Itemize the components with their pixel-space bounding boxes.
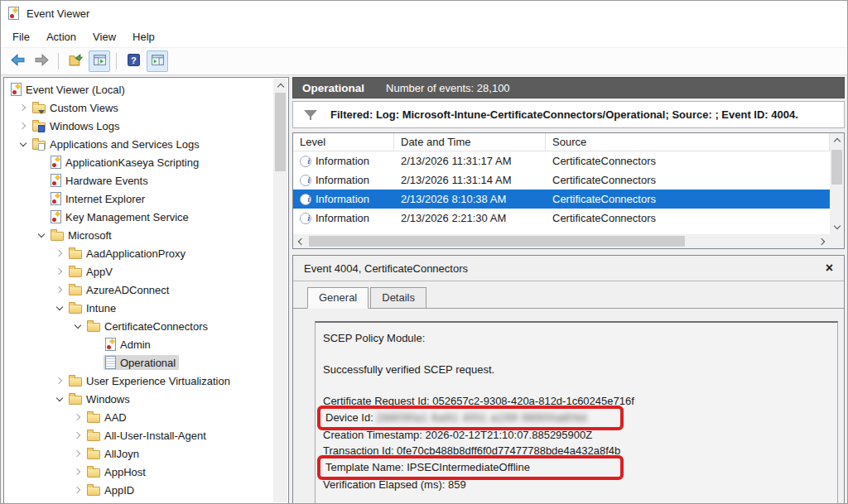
tree-item-intune[interactable]: Intune <box>4 299 288 317</box>
tree-item-apphost[interactable]: AppHost <box>4 463 288 481</box>
event-row[interactable]: iInformation2/13/2026 2:21:30 AMCertific… <box>293 209 830 228</box>
tree-node-body: AAD <box>85 410 130 425</box>
chevron-right-icon[interactable] <box>70 410 85 425</box>
tree-item-microsoft[interactable]: Microsoft <box>4 226 288 244</box>
log-title: Operational <box>302 82 364 94</box>
event-row[interactable]: iInformation2/13/2026 11:31:14 AMCertifi… <box>293 170 830 190</box>
chevron-right-icon[interactable] <box>70 446 85 461</box>
chevron-placeholder <box>34 173 49 188</box>
tree-node-body: Hardware Events <box>49 173 152 188</box>
tree-item-label: AadApplicationProxy <box>86 247 186 260</box>
tree-item-hardware-events[interactable]: Hardware Events <box>4 171 288 190</box>
tree-item-appv[interactable]: AppV <box>4 262 288 281</box>
tree-item-operational[interactable]: Operational <box>4 353 288 372</box>
redacted-device-id: 28809fa1 6a91 4f01 a199 98900a8f4d <box>376 411 587 424</box>
event-row[interactable]: iInformation2/13/2026 11:31:17 AMCertifi… <box>293 151 830 170</box>
chevron-right-icon[interactable] <box>16 100 31 115</box>
menu-item-help[interactable]: Help <box>124 27 163 46</box>
column-header-level[interactable]: Level <box>293 133 394 151</box>
chevron-down-icon[interactable] <box>52 391 67 406</box>
detail-line: SCEP Policy Module: <box>323 330 832 346</box>
chevron-down-icon[interactable] <box>52 300 67 315</box>
tree-item-appid[interactable]: AppID <box>4 481 288 499</box>
chevron-right-icon[interactable] <box>52 246 67 261</box>
folder-icon <box>69 250 82 259</box>
tree-item-label: Operational <box>120 357 176 369</box>
tree-item-windows[interactable]: Windows <box>4 390 288 408</box>
column-header-source[interactable]: Source <box>546 133 830 151</box>
tree-item-all-user-install-agent[interactable]: All-User-Install-Agent <box>4 426 288 444</box>
tree-item-key-management-service[interactable]: Key Management Service <box>4 208 288 226</box>
tree-item-label: Intune <box>86 302 116 314</box>
tree-item-windows-logs[interactable]: Windows Logs <box>4 117 288 135</box>
chevron-right-icon[interactable] <box>52 282 67 297</box>
tree-item-custom-views[interactable]: Custom Views <box>4 98 288 117</box>
menu-item-file[interactable]: File <box>4 27 38 46</box>
scroll-up-icon[interactable] <box>830 133 844 147</box>
toggle-action-pane-button[interactable] <box>147 50 168 72</box>
forward-arrow-button[interactable] <box>31 50 52 72</box>
information-icon: i <box>300 213 311 224</box>
tree-item-label: Microsoft <box>68 229 112 242</box>
chevron-right-icon[interactable] <box>16 118 31 133</box>
tree-item-label: AppHost <box>104 466 146 478</box>
tab-general[interactable]: General <box>307 287 369 309</box>
tab-details[interactable]: Details <box>370 287 426 308</box>
event-log-lined-icon <box>105 356 116 369</box>
tree-item-event-viewer-local-[interactable]: Event Viewer (Local) <box>4 80 288 98</box>
back-arrow-button[interactable] <box>7 50 28 72</box>
events-vertical-scrollbar[interactable] <box>830 133 844 234</box>
event-row[interactable]: iInformation2/13/2026 8:10:38 AMCertific… <box>293 190 830 209</box>
column-header-date-and-time[interactable]: Date and Time <box>394 133 546 151</box>
toggle-action-pane-icon <box>151 53 165 70</box>
close-icon[interactable]: × <box>826 262 833 275</box>
scroll-down-icon[interactable] <box>830 220 844 234</box>
tree-scrollbar-thumb[interactable] <box>275 93 286 171</box>
events-scrollbar-thumb[interactable] <box>831 150 842 185</box>
menu-item-action[interactable]: Action <box>38 27 84 46</box>
log-header-bar: Operational Number of events: 28,100 <box>292 77 845 98</box>
scroll-left-icon[interactable] <box>293 234 307 248</box>
chevron-right-icon[interactable] <box>70 464 85 479</box>
menu-item-view[interactable]: View <box>84 27 124 46</box>
chevron-right-icon[interactable] <box>70 428 85 443</box>
events-table-header: LevelDate and TimeSource <box>293 133 830 151</box>
tree-item-applicationkaseya-scripting[interactable]: ApplicationKaseya Scripting <box>4 153 288 171</box>
tree-item-alljoyn[interactable]: AllJoyn <box>4 444 288 463</box>
tree-item-aadapplicationproxy[interactable]: AadApplicationProxy <box>4 244 288 262</box>
events-table-rows: iInformation2/13/2026 11:31:17 AMCertifi… <box>293 151 830 228</box>
scroll-right-icon[interactable] <box>816 234 830 248</box>
event-source-cell: CertificateConnectors <box>546 212 830 224</box>
tree-item-label: Applications and Services Logs <box>50 138 200 151</box>
chevron-right-icon[interactable] <box>52 373 67 388</box>
chevron-down-icon[interactable] <box>16 137 31 151</box>
tree-item-azureadconnect[interactable]: AzureADConnect <box>4 281 288 299</box>
tree-item-aad[interactable]: AAD <box>4 408 288 426</box>
scroll-up-icon[interactable] <box>273 79 287 93</box>
events-hscrollbar-thumb[interactable] <box>309 236 685 247</box>
tree-item-applications-and-services-logs[interactable]: Applications and Services Logs <box>4 135 288 153</box>
events-horizontal-scrollbar[interactable] <box>293 234 830 248</box>
tree-item-user-experience-virtualization[interactable]: User Experience Virtualization <box>4 372 288 390</box>
chevron-right-icon[interactable] <box>52 264 67 279</box>
tree-scrollbar[interactable] <box>273 79 287 502</box>
tree-item-internet-explorer[interactable]: Internet Explorer <box>4 190 288 208</box>
console-tree: Event Viewer (Local)Custom ViewsWindows … <box>4 78 288 499</box>
tree-item-label: AppV <box>86 266 113 278</box>
chevron-down-icon[interactable] <box>70 319 85 334</box>
tree-node-body: ApplicationKaseya Scripting <box>49 155 202 170</box>
scrollbar-corner <box>830 234 844 248</box>
tree-item-label: Hardware Events <box>65 175 148 187</box>
tree-item-admin[interactable]: Admin <box>4 335 288 353</box>
tree-item-label: Admin <box>120 338 151 351</box>
folder-icon <box>69 268 82 277</box>
chevron-right-icon[interactable] <box>70 482 85 497</box>
toggle-console-tree-icon <box>93 53 107 70</box>
chevron-down-icon[interactable] <box>34 228 49 242</box>
event-level-cell: iInformation <box>293 155 394 167</box>
tree-item-certificateconnectors[interactable]: CertificateConnectors <box>4 317 288 335</box>
toggle-console-tree-button[interactable] <box>89 50 110 72</box>
help-button[interactable]: ? <box>123 50 144 72</box>
open-saved-log-button[interactable] <box>65 50 86 72</box>
detail-content: SCEP Policy Module: Successfully verifie… <box>293 309 844 504</box>
